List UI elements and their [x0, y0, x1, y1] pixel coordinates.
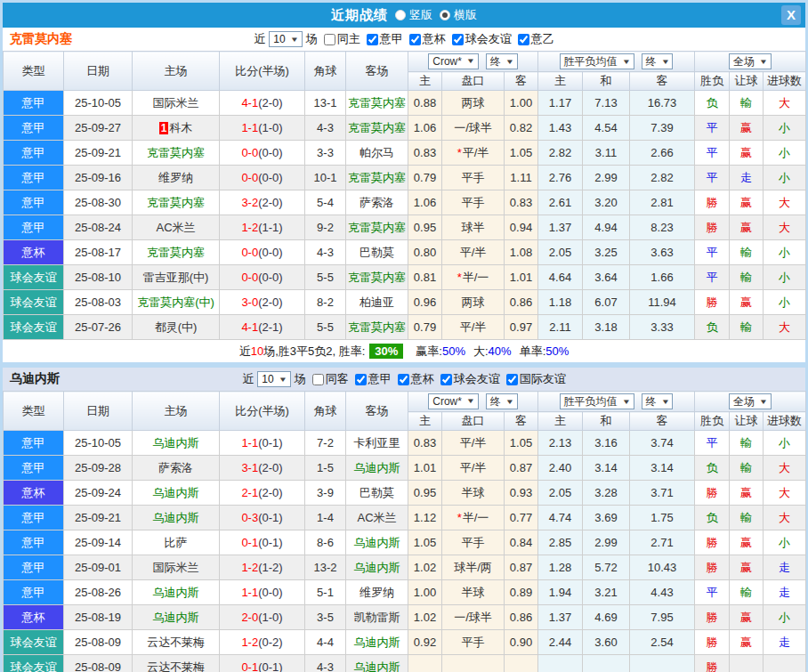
home-team-cell: 维罗纳 — [133, 166, 220, 190]
filter-checkbox[interactable] — [506, 374, 518, 385]
away-team-cell: 克雷莫内塞 — [346, 215, 408, 240]
halftime-score: (0-2) — [258, 636, 282, 649]
avg-draw-cell: 3.21 — [583, 580, 630, 605]
home-team-name: 克雷莫内塞 — [147, 196, 205, 209]
filter-checkbox[interactable] — [324, 34, 335, 45]
league-cell: 意甲 — [4, 166, 64, 190]
halftime-score: (0-1) — [258, 536, 282, 549]
goals-cell: 小 — [764, 166, 806, 190]
sub-column-header: 客 — [505, 412, 538, 431]
layout-radio-option[interactable]: 竖版 — [395, 7, 432, 23]
fulltime-score: 1-1 — [241, 436, 258, 449]
handicap-result-cell: 赢 — [730, 190, 764, 215]
final-odds-select[interactable]: 终▼ — [486, 53, 518, 69]
filter-checkbox[interactable] — [367, 34, 378, 45]
odds-home-cell: 0.79 — [408, 315, 442, 340]
bookmaker-select-value: Crow* — [432, 395, 462, 408]
away-team-cell: 乌迪内斯 — [346, 456, 408, 481]
date-cell: 25-09-27 — [64, 116, 133, 141]
avg-select[interactable]: 胜平负均值▼ — [560, 393, 634, 409]
layout-radio-option[interactable]: 横版 — [440, 7, 477, 23]
home-team-cell: 萨索洛 — [133, 456, 220, 481]
handicap-line-cell: 平手 — [442, 166, 505, 190]
home-team-name: 克雷莫内塞 — [147, 146, 205, 159]
league-cell: 意甲 — [4, 530, 64, 555]
dropdown-group: Crow*▼终▼ — [408, 52, 538, 72]
avg-home-cell: 2.61 — [538, 190, 583, 215]
halftime-score: (2-0) — [258, 196, 282, 209]
sub-column-header: 进球数 — [764, 72, 806, 91]
score-cell: 4-1(2-1) — [220, 315, 305, 340]
filter-checkbox[interactable] — [452, 34, 464, 45]
odds-away-cell: 0.94 — [505, 215, 538, 240]
sub-column-header: 和 — [583, 412, 630, 431]
summary-stat-label: 单率: — [520, 344, 546, 360]
home-team-cell: 克雷莫内塞(中) — [133, 290, 220, 315]
avg-draw-cell: 5.72 — [583, 555, 630, 580]
avg-draw-cell — [583, 655, 630, 672]
halftime-score: (1-0) — [258, 121, 282, 134]
avg-home-cell: 1.17 — [538, 91, 583, 116]
home-team-cell: AC米兰 — [133, 215, 220, 240]
corner-cell: 8-2 — [305, 290, 346, 315]
away-team-cell: 乌迪内斯 — [346, 555, 408, 580]
handicap-line-cell: *半/一 — [442, 265, 505, 290]
handicap-result-cell: 走 — [730, 166, 764, 190]
chevron-down-icon: ▼ — [466, 397, 475, 405]
home-team-cell: 云达不莱梅 — [133, 630, 220, 655]
odds-home-cell: 0.80 — [408, 240, 442, 265]
date-cell: 25-08-10 — [64, 265, 133, 290]
scope-select[interactable]: 全场▼ — [729, 53, 772, 69]
sub-column-header: 主 — [538, 412, 583, 431]
team-band: 克雷莫内塞 近10▼场同主意甲意杯球会友谊意乙 — [3, 28, 805, 51]
table-row: 意甲25-09-16维罗纳0-0(0-0)10-1克雷莫内塞0.79平手1.11… — [4, 166, 806, 190]
result-cell: 勝 — [695, 630, 730, 655]
handicap-result-cell: 赢 — [730, 116, 764, 141]
avg-home-cell: 2.85 — [538, 530, 583, 555]
radio-selected-icon[interactable] — [440, 10, 450, 20]
home-team-name: 雷吉亚那(中) — [143, 271, 209, 284]
avg-select[interactable]: 胜平负均值▼ — [560, 53, 634, 69]
handicap-line-cell: 平手 — [442, 630, 505, 655]
filter-unit-label: 场 — [306, 31, 318, 47]
date-cell: 25-08-30 — [64, 190, 133, 215]
filter-checkbox[interactable] — [398, 374, 409, 385]
home-team-name: 乌迪内斯 — [153, 486, 199, 499]
goals-cell: 小 — [764, 431, 806, 456]
corner-cell: 9-2 — [305, 215, 346, 240]
match-count-select[interactable]: 10▼ — [257, 371, 290, 387]
filter-checkbox[interactable] — [440, 374, 452, 385]
fulltime-score: 2-1 — [241, 486, 258, 499]
goals-cell: 小 — [764, 141, 806, 166]
score-cell: 1-1(0-1) — [220, 431, 305, 456]
close-button[interactable]: X — [781, 5, 801, 25]
match-count-select[interactable]: 10▼ — [269, 31, 302, 47]
team-band: 乌迪内斯 近10▼场同客意甲意杯球会友谊国际友谊 — [3, 368, 805, 391]
filter-checkbox[interactable] — [409, 34, 421, 45]
corner-cell: 13-1 — [305, 91, 346, 116]
score-cell: 0-0(0-0) — [220, 240, 305, 265]
avg-draw-cell: 2.99 — [583, 166, 630, 190]
avg-draw-cell: 3.60 — [583, 630, 630, 655]
final-avg-select[interactable]: 终▼ — [642, 53, 674, 69]
bookmaker-select[interactable]: Crow*▼ — [428, 53, 479, 69]
odds-home-cell: 0.81 — [408, 265, 442, 290]
team-panel-cremonese: 克雷莫内塞 近10▼场同主意甲意杯球会友谊意乙 类型日期主场比分(半场)角球客场… — [3, 28, 805, 362]
column-header: 客场 — [346, 52, 408, 91]
filter-checkbox[interactable] — [355, 374, 367, 385]
radio-icon[interactable] — [395, 10, 406, 20]
handicap-result-cell: 赢 — [730, 530, 764, 555]
filter-checkbox-label: 意甲 — [380, 31, 403, 47]
handicap-result-cell: 輸 — [730, 265, 764, 290]
final-odds-select[interactable]: 终▼ — [486, 393, 518, 409]
away-team-cell: 乌迪内斯 — [346, 655, 408, 672]
home-team-name: 乌迪内斯 — [153, 611, 199, 624]
bookmaker-select[interactable]: Crow*▼ — [428, 393, 479, 409]
table-row: 意甲25-09-28萨索洛3-1(2-0)1-5乌迪内斯1.01平/半0.872… — [4, 456, 806, 481]
scope-select[interactable]: 全场▼ — [729, 393, 772, 409]
filter-checkbox[interactable] — [518, 34, 529, 45]
filter-checkbox[interactable] — [312, 374, 324, 385]
handicap-line-cell: 平/半 — [442, 240, 505, 265]
final-avg-select[interactable]: 终▼ — [642, 393, 674, 409]
filter-bar: 近10▼场同客意甲意杯球会友谊国际友谊 — [242, 371, 565, 387]
